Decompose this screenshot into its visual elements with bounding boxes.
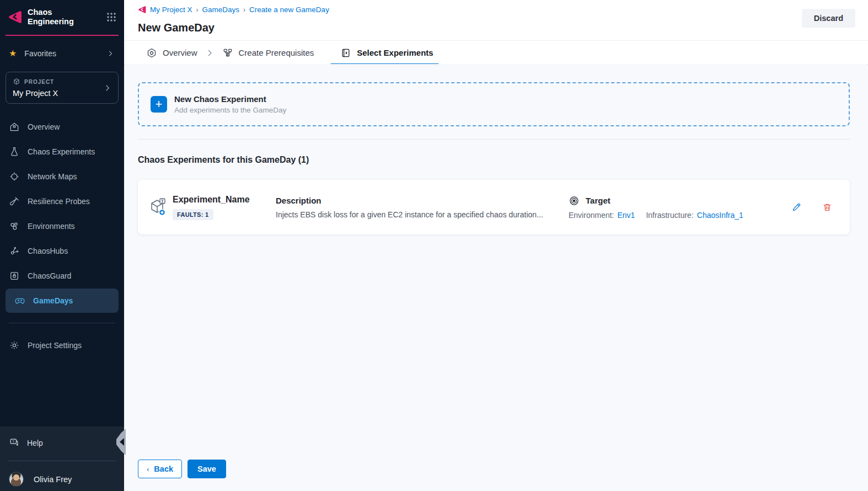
sidebar-item-network-maps[interactable]: Network Maps xyxy=(0,164,124,189)
sidebar-item-label: Project Settings xyxy=(28,341,82,350)
breadcrumb-link-gamedays[interactable]: GameDays xyxy=(202,6,240,14)
experiments-section-heading: Chaos Experiments for this GameDay (1) xyxy=(138,155,850,165)
chevron-left-icon: ‹ xyxy=(147,465,149,473)
experiment-cube-icon xyxy=(149,198,173,217)
discard-button[interactable]: Discard xyxy=(802,9,855,28)
sidebar-item-resilience-probes[interactable]: Resilience Probes xyxy=(0,189,124,214)
user-name: Olivia Frey xyxy=(34,475,72,484)
target-label: Target xyxy=(586,196,610,205)
environment-link[interactable]: Env1 xyxy=(617,211,635,220)
help-icon: ? xyxy=(9,437,19,448)
tab-label: Select Experiments xyxy=(357,48,433,57)
sidebar-divider xyxy=(9,323,115,323)
tab-select-experiments[interactable]: Select Experiments xyxy=(340,41,433,65)
probe-icon xyxy=(9,196,20,207)
page-header: My Project X › GameDays › Create a new G… xyxy=(124,0,868,34)
sidebar-item-project-settings[interactable]: Project Settings xyxy=(0,333,124,357)
sidebar-bottom-divider xyxy=(8,461,116,461)
sidebar-item-label: Overview xyxy=(28,122,60,131)
project-name: My Project X xyxy=(13,89,103,98)
chevron-right-icon xyxy=(106,50,114,57)
delete-experiment-button[interactable] xyxy=(821,201,833,214)
sidebar-item-label: ChaosHubs xyxy=(28,247,68,255)
sidebar-item-label: Environments xyxy=(28,222,75,231)
sidebar-item-label: Chaos Experiments xyxy=(28,147,95,156)
project-selector[interactable]: PROJECT My Project X xyxy=(6,72,119,104)
brand[interactable]: Chaos Engineering xyxy=(0,0,124,33)
new-experiment-title: New Chaos Experiment xyxy=(174,94,286,104)
overview-tab-icon xyxy=(146,47,157,58)
brand-title: Chaos Engineering xyxy=(28,8,101,26)
breadcrumb-separator: › xyxy=(196,6,199,14)
tab-create-prerequisites[interactable]: Create Prerequisites xyxy=(222,41,314,65)
harness-logo-icon xyxy=(8,10,22,24)
flask-icon xyxy=(9,146,20,157)
breadcrumb-separator: › xyxy=(243,6,245,14)
tab-chevron-icon xyxy=(205,49,214,57)
sidebar-item-chaos-experiments[interactable]: Chaos Experiments xyxy=(0,140,124,164)
back-label: Back xyxy=(154,465,173,473)
new-experiment-subtitle: Add experiments to the GameDay xyxy=(174,106,286,114)
tab-overview[interactable]: Overview xyxy=(146,41,197,65)
sidebar-item-chaoshubs[interactable]: ChaosHubs xyxy=(0,239,124,263)
pencil-icon xyxy=(791,202,802,212)
select-experiments-tab-icon xyxy=(340,47,351,58)
description-label: Description xyxy=(276,196,558,205)
infrastructure-link[interactable]: ChaosInfra_1 xyxy=(697,211,743,220)
environments-icon xyxy=(9,221,20,232)
gamepad-icon xyxy=(14,295,25,306)
gear-icon xyxy=(9,340,20,351)
svg-text:?: ? xyxy=(12,440,14,444)
trash-icon xyxy=(822,202,832,212)
back-button[interactable]: ‹ Back xyxy=(138,460,182,478)
favorites-label: Favorites xyxy=(24,49,99,58)
star-icon: ★ xyxy=(9,48,17,58)
hub-icon xyxy=(9,245,20,257)
tab-label: Create Prerequisites xyxy=(239,48,314,57)
sidebar-nav: Overview Chaos Experiments Network Maps xyxy=(0,115,124,313)
save-button[interactable]: Save xyxy=(187,460,226,478)
wizard-footer: ‹ Back Save xyxy=(138,460,226,478)
infrastructure-label: Infrastructure: xyxy=(646,211,693,220)
breadcrumb: My Project X › GameDays › Create a new G… xyxy=(138,6,855,14)
harness-breadcrumb-icon xyxy=(138,6,146,14)
sidebar-item-label: Network Maps xyxy=(28,172,77,181)
sidebar-item-environments[interactable]: Environments xyxy=(0,214,124,238)
sidebar-item-label: Resilience Probes xyxy=(28,197,90,206)
environment-label: Environment: xyxy=(569,211,614,220)
network-map-icon xyxy=(9,171,20,182)
sidebar-item-overview[interactable]: Overview xyxy=(0,115,124,139)
sidebar: Chaos Engineering ★ Favorites xyxy=(0,0,124,491)
tab-label: Overview xyxy=(163,48,197,57)
tab-content: + New Chaos Experiment Add experiments t… xyxy=(124,64,868,491)
help-label: Help xyxy=(27,439,43,447)
chevron-right-icon xyxy=(103,84,111,92)
sidebar-bottom-panel: ? Help Olivia Frey xyxy=(0,426,124,491)
guard-lock-icon xyxy=(9,270,20,281)
target-bullseye-icon xyxy=(569,195,580,206)
step-tabs: Overview Create Prerequisites xyxy=(124,40,868,65)
home-icon xyxy=(9,121,20,132)
help-button[interactable]: ? Help xyxy=(0,426,124,448)
app-switcher-icon[interactable] xyxy=(106,12,116,22)
breadcrumb-link-project[interactable]: My Project X xyxy=(150,6,192,14)
main-area: My Project X › GameDays › Create a new G… xyxy=(124,0,868,491)
prerequisites-tab-icon xyxy=(222,47,233,58)
faults-badge: FAULTS: 1 xyxy=(173,209,213,220)
avatar xyxy=(9,472,24,487)
breadcrumb-link-create-gameday[interactable]: Create a new GameDay xyxy=(249,6,329,14)
sidebar-item-label: GameDays xyxy=(33,296,73,305)
edit-experiment-button[interactable] xyxy=(790,201,803,214)
experiment-row: Experiment_Name FAULTS: 1 Description In… xyxy=(138,180,850,234)
user-profile[interactable]: Olivia Frey xyxy=(0,472,124,487)
add-experiment-button[interactable]: + xyxy=(151,96,167,113)
new-chaos-experiment-dropzone[interactable]: + New Chaos Experiment Add experiments t… xyxy=(138,82,850,126)
experiment-name: Experiment_Name xyxy=(173,195,276,205)
sidebar-item-label: ChaosGuard xyxy=(28,271,71,280)
sidebar-favorites[interactable]: ★ Favorites xyxy=(0,36,124,58)
description-text: Injects EBS disk loss for a given EC2 in… xyxy=(276,210,558,219)
page-title: New GameDay xyxy=(138,22,855,34)
project-label: PROJECT xyxy=(24,79,54,85)
sidebar-item-chaosguard[interactable]: ChaosGuard xyxy=(0,264,124,288)
sidebar-item-gamedays[interactable]: GameDays xyxy=(6,289,119,313)
